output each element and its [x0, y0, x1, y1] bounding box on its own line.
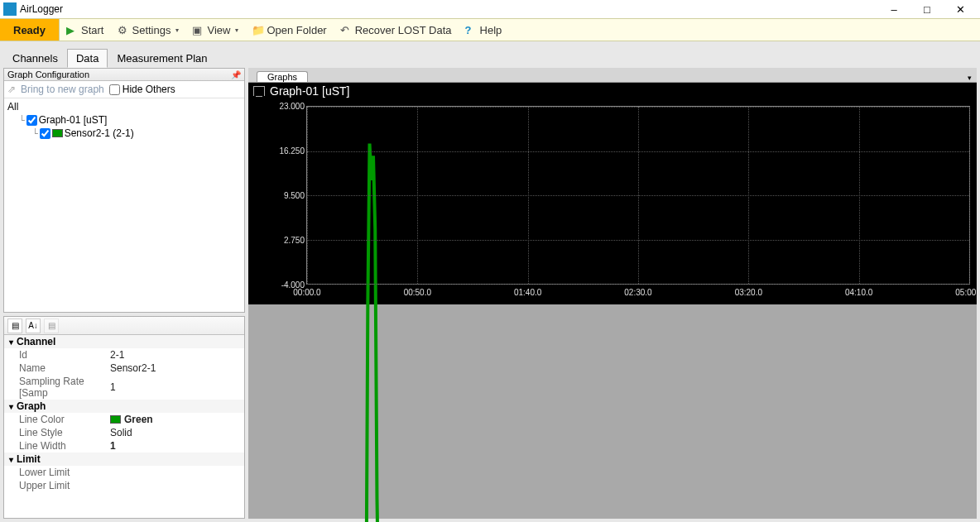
tree-graph-label: Graph-01 [uST] — [39, 114, 108, 126]
tree-root-label: All — [7, 101, 18, 113]
play-icon: ▶ — [66, 24, 78, 36]
tree-sensor-checkbox[interactable] — [40, 128, 50, 139]
y-tick-label: 23.000 — [279, 102, 305, 111]
recover-icon: ↶ — [340, 24, 352, 36]
prop-group-limit[interactable]: ▾ Limit — [4, 453, 244, 466]
channel-group-label: Channel — [17, 336, 55, 347]
maximize-button[interactable]: □ — [910, 0, 944, 18]
grid-icon: ▣ — [192, 24, 204, 36]
prop-row-line-width[interactable]: Line Width 1 — [4, 439, 244, 453]
settings-button[interactable]: ⚙ Settings ▾ — [111, 19, 186, 41]
tab-channels[interactable]: Channels — [3, 49, 67, 68]
properties-panel: ▤ A↓ ▤ ▾ Channel Id 2-1 Name Sensor — [3, 316, 245, 519]
hide-others-checkbox[interactable]: Hide Others — [109, 84, 175, 95]
bring-graph-icon: ⇗ — [7, 84, 16, 95]
prop-row-sampling-rate[interactable]: Sampling Rate [Samp 1 — [4, 375, 244, 400]
graph-title: Graph-01 [uST] — [270, 84, 350, 98]
minimize-button[interactable]: – — [877, 0, 910, 18]
tab-data[interactable]: Data — [67, 49, 108, 68]
tree-graph-node[interactable]: └ Graph-01 [uST] — [7, 113, 241, 127]
help-icon: ? — [465, 24, 477, 36]
open-folder-button[interactable]: 📁 Open Folder — [245, 19, 333, 41]
settings-label: Settings — [132, 24, 171, 36]
bring-to-new-graph-link[interactable]: Bring to new graph — [21, 84, 104, 95]
chevron-down-icon: ▾ — [175, 26, 179, 34]
status-chip: Ready — [0, 19, 60, 41]
pin-icon[interactable]: 📌 — [231, 70, 241, 79]
sensor-color-swatch — [52, 129, 63, 137]
app-title: AirLogger — [20, 3, 877, 15]
start-button[interactable]: ▶ Start — [60, 19, 110, 41]
graph-config-title: Graph Configuration — [7, 69, 89, 79]
prop-row-name[interactable]: Name Sensor2-1 — [4, 362, 244, 375]
gear-icon: ⚙ — [118, 24, 129, 36]
sort-icon[interactable]: A↓ — [26, 318, 41, 333]
chevron-down-icon[interactable]: ▾ — [968, 74, 972, 82]
y-tick-label: 2.750 — [284, 236, 305, 245]
collapse-icon: ▾ — [9, 402, 13, 411]
x-tick-label: 03:20.0 — [735, 288, 762, 297]
open-folder-label: Open Folder — [267, 24, 326, 36]
tab-measurement-plan[interactable]: Measurement Plan — [108, 49, 216, 68]
prop-row-id[interactable]: Id 2-1 — [4, 348, 244, 362]
x-tick-label: 01:40.0 — [514, 288, 541, 297]
help-label: Help — [480, 24, 502, 36]
start-label: Start — [81, 24, 103, 36]
config-tree: All └ Graph-01 [uST] └ Sensor2-1 (2-1) — [4, 98, 244, 312]
y-tick-label: 16.250 — [279, 146, 305, 156]
prop-row-line-color[interactable]: Line Color Green — [4, 413, 244, 426]
prop-row-lower-limit[interactable]: Lower Limit — [4, 466, 244, 479]
collapse-icon: ▾ — [9, 338, 13, 347]
view-label: View — [207, 24, 230, 36]
graph-tabstrip: Graphs ▾ — [248, 68, 977, 83]
main-toolbar: Ready ▶ Start ⚙ Settings ▾ ▣ View ▾ 📁 Op… — [0, 18, 980, 41]
app-icon — [3, 2, 17, 16]
line-color-swatch — [110, 415, 121, 424]
prop-row-upper-limit[interactable]: Upper Limit — [4, 479, 244, 492]
tree-graph-checkbox[interactable] — [26, 115, 37, 126]
prop-group-graph[interactable]: ▾ Graph — [4, 400, 244, 413]
tree-sensor-node[interactable]: └ Sensor2-1 (2-1) — [7, 127, 241, 140]
plot-area[interactable]: 00:00.000:50.001:40.002:30.003:20.004:10… — [306, 106, 970, 285]
collapse-icon: ▾ — [9, 455, 13, 464]
close-button[interactable]: ✕ — [944, 0, 977, 18]
graphs-tab[interactable]: Graphs — [257, 71, 308, 82]
x-tick-label: 00:50.0 — [404, 288, 431, 297]
tree-root[interactable]: All — [7, 100, 241, 113]
help-button[interactable]: ? Help — [459, 19, 509, 41]
tree-sensor-label: Sensor2-1 (2-1) — [65, 127, 134, 139]
folder-icon: 📁 — [252, 24, 263, 36]
graph-group-label: Graph — [17, 400, 46, 412]
properties-toolbar: ▤ A↓ ▤ — [4, 317, 244, 335]
x-tick-label: 04:10.0 — [845, 288, 872, 297]
categorized-icon[interactable]: ▤ — [7, 318, 22, 333]
chevron-down-icon: ▾ — [235, 26, 238, 34]
pages-icon[interactable]: ▤ — [44, 318, 59, 333]
x-tick-label: 05:00.0 — [955, 288, 980, 297]
recover-label: Recover LOST Data — [355, 24, 452, 36]
view-button[interactable]: ▣ View ▾ — [185, 19, 245, 41]
y-tick-label: -4.000 — [281, 280, 305, 290]
prop-group-channel[interactable]: ▾ Channel — [4, 335, 244, 348]
x-tick-label: 02:30.0 — [624, 288, 651, 297]
titlebar: AirLogger – □ ✕ — [0, 0, 980, 18]
hide-others-input[interactable] — [109, 84, 120, 95]
graph-config-panel: Graph Configuration 📌 ⇗ Bring to new gra… — [3, 68, 245, 313]
graph-window-icon — [253, 86, 265, 96]
recover-button[interactable]: ↶ Recover LOST Data — [334, 19, 459, 41]
x-tick-label: 00:00.0 — [293, 288, 320, 297]
window-controls: – □ ✕ — [877, 0, 977, 18]
main-tabstrip: Channels Data Measurement Plan — [0, 41, 980, 68]
y-tick-label: 9.500 — [284, 191, 305, 200]
graph-area: Graphs ▾ Graph-01 [uST] 00:00.000:50.001… — [248, 68, 977, 519]
hide-others-label: Hide Others — [122, 84, 175, 95]
graph-surface[interactable]: Graph-01 [uST] 00:00.000:50.001:40.002:3… — [248, 83, 977, 304]
limit-group-label: Limit — [17, 453, 41, 465]
prop-row-line-style[interactable]: Line Style Solid — [4, 426, 244, 439]
